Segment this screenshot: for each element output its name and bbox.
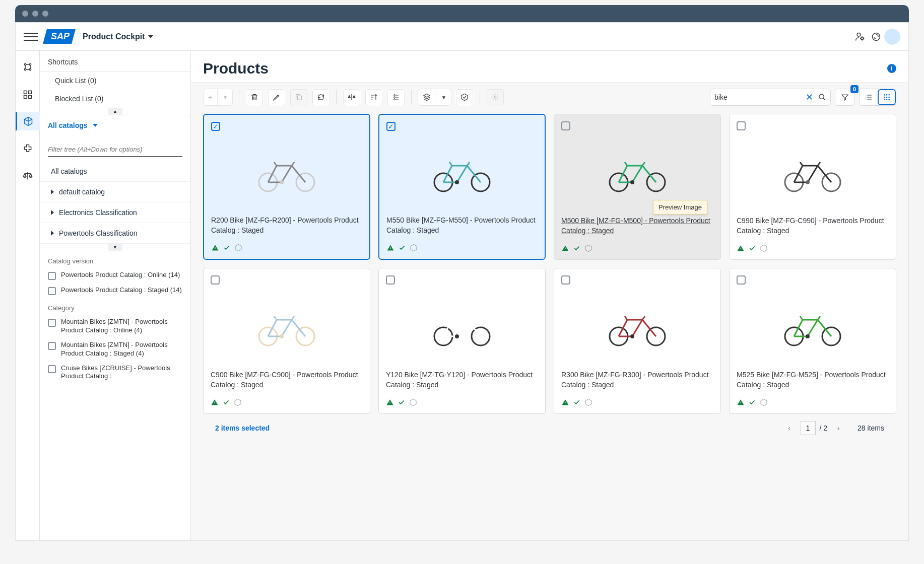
card-checkbox[interactable] xyxy=(211,275,220,285)
total-items: 28 items xyxy=(857,424,884,432)
collapse-tree[interactable]: ▼ xyxy=(108,244,122,251)
page-of-label: / 2 xyxy=(820,424,828,432)
card-checkbox[interactable] xyxy=(737,275,746,285)
checkbox[interactable] xyxy=(48,287,56,295)
check-icon xyxy=(749,245,756,252)
info-icon[interactable]: i xyxy=(887,64,896,73)
user-settings-icon[interactable] xyxy=(852,29,868,45)
prev-page-button[interactable]: ‹ xyxy=(782,421,797,435)
sync-button-caret[interactable]: ▼ xyxy=(436,89,451,106)
product-card[interactable]: M525 Bike [MZ-FG-M525] - Powertools Prod… xyxy=(729,268,896,414)
svg-rect-9 xyxy=(24,96,27,99)
app-title-text: Product Cockpit xyxy=(83,32,145,41)
checkbox[interactable] xyxy=(48,342,56,350)
facet-item[interactable]: Mountain Bikes [ZMTN] - Powertools Produ… xyxy=(40,338,190,361)
chevron-right-icon xyxy=(51,189,54,194)
svg-point-46 xyxy=(806,334,810,338)
tree-item-default-catalog[interactable]: default catalog xyxy=(40,182,190,202)
tree-item-electronics[interactable]: Electronics Classification xyxy=(40,202,190,223)
copy-button[interactable] xyxy=(290,89,308,106)
search-icon[interactable] xyxy=(816,93,828,101)
sidebar-item-quick-list[interactable]: Quick List (0) xyxy=(40,72,190,90)
new-button-split[interactable]: + ▼ xyxy=(203,89,233,106)
product-title: Y120 Bike [MZ-TG-Y120] - Powertools Prod… xyxy=(386,370,538,390)
product-card[interactable]: C900 Bike [MZ-FG-C900] - Powertools Prod… xyxy=(203,268,370,414)
search-input[interactable] xyxy=(714,93,803,101)
app-window: SAP Product Cockpit xyxy=(15,22,909,541)
sync-button-split[interactable]: ▼ xyxy=(418,89,451,106)
compare-button[interactable] xyxy=(343,89,361,106)
delete-button[interactable] xyxy=(245,89,263,106)
sort-button[interactable] xyxy=(365,89,383,106)
all-catalogs-dropdown[interactable]: All catalogs xyxy=(40,115,190,135)
product-title: C990 Bike [MZ-FG-C990] - Powertools Prod… xyxy=(737,216,889,236)
card-checkbox[interactable] xyxy=(737,121,746,130)
filter-tree-input[interactable] xyxy=(48,143,182,156)
facet-item[interactable]: Powertools Product Catalog : Online (14) xyxy=(40,268,190,283)
product-card[interactable]: C990 Bike [MZ-FG-C990] - Powertools Prod… xyxy=(729,114,896,260)
tree-item-all-catalogs[interactable]: All catalogs xyxy=(40,161,190,182)
sync-button[interactable] xyxy=(418,89,436,106)
svg-rect-7 xyxy=(24,91,27,94)
rail-item-extensions[interactable] xyxy=(19,139,37,158)
card-checkbox[interactable] xyxy=(386,275,395,285)
facet-item[interactable]: Powertools Product Catalog : Staged (14) xyxy=(40,283,190,298)
app-title-dropdown[interactable]: Product Cockpit xyxy=(83,32,153,41)
sidebar-item-blocked-list[interactable]: Blocked List (0) xyxy=(40,90,190,108)
svg-point-19 xyxy=(888,97,890,98)
checkbox[interactable] xyxy=(48,319,56,327)
new-button-caret[interactable]: ▼ xyxy=(217,89,233,106)
svg-point-40 xyxy=(455,334,459,338)
sync-status-icon[interactable] xyxy=(868,29,884,45)
settings-button[interactable] xyxy=(486,89,504,106)
rail-item-dashboard[interactable] xyxy=(19,58,37,76)
card-checkbox[interactable]: ✓ xyxy=(386,122,395,131)
grid-view-button[interactable] xyxy=(878,89,896,105)
filter-button[interactable]: 0 xyxy=(835,89,855,106)
rail-item-compare[interactable] xyxy=(19,167,37,185)
bulk-edit-button[interactable] xyxy=(387,89,405,106)
product-card[interactable]: Y120 Bike [MZ-TG-Y120] - Powertools Prod… xyxy=(378,268,546,414)
product-image xyxy=(737,289,889,366)
publish-button[interactable] xyxy=(455,89,474,106)
tree-label: Powertools Classification xyxy=(59,229,138,237)
facet-item[interactable]: Mountain Bikes [ZMTN] - Powertools Produ… xyxy=(40,315,190,338)
sidebar: Shortcuts Quick List (0) Blocked List (0… xyxy=(40,51,191,540)
product-card[interactable]: ✓ R200 Bike [MZ-FG-R200] - Powertools Pr… xyxy=(203,114,370,260)
product-status xyxy=(737,244,889,252)
product-card[interactable]: R300 Bike [MZ-FG-R300] - Powertools Prod… xyxy=(554,268,721,414)
list-view-button[interactable] xyxy=(860,89,878,105)
product-card[interactable]: ✓ M550 Bike [MZ-FG-M550] - Powertools Pr… xyxy=(378,114,546,260)
card-checkbox[interactable] xyxy=(561,121,570,130)
collapse-shortcuts[interactable]: ▲ xyxy=(108,108,122,115)
tree-item-powertools[interactable]: Powertools Classification xyxy=(40,223,190,244)
next-page-button[interactable]: › xyxy=(831,421,845,435)
facet-label: Cruise Bikes [ZCRUISE] - Powertools Prod… xyxy=(61,364,182,381)
edit-button[interactable] xyxy=(268,89,286,106)
product-title: M525 Bike [MZ-FG-M525] - Powertools Prod… xyxy=(737,370,889,390)
new-button[interactable]: + xyxy=(203,89,217,106)
checkbox[interactable] xyxy=(48,365,56,373)
product-card[interactable]: Preview Image M500 Bike [MZ-FG-M500] - P… xyxy=(554,114,721,260)
clear-search-icon[interactable]: ✕ xyxy=(803,92,816,103)
rail-item-catalogs[interactable] xyxy=(19,85,37,103)
card-checkbox[interactable]: ✓ xyxy=(211,122,220,131)
page-input[interactable] xyxy=(801,421,816,435)
svg-point-4 xyxy=(29,63,31,65)
rail-item-products[interactable] xyxy=(16,112,40,130)
check-icon xyxy=(223,399,230,406)
checkbox[interactable] xyxy=(48,272,56,280)
tree-label: Electronics Classification xyxy=(59,208,137,217)
sync-status-icon xyxy=(760,398,768,406)
card-checkbox[interactable] xyxy=(561,275,570,285)
page-title: Products xyxy=(203,60,269,77)
svg-point-18 xyxy=(886,97,888,98)
menu-toggle[interactable] xyxy=(24,30,38,44)
facet-item[interactable]: Cruise Bikes [ZCRUISE] - Powertools Prod… xyxy=(40,361,190,384)
icon-rail xyxy=(16,51,40,540)
avatar[interactable] xyxy=(884,29,900,45)
refresh-button[interactable] xyxy=(312,89,330,106)
product-status xyxy=(386,398,538,406)
svg-point-37 xyxy=(280,334,284,338)
facet-title-category: Category xyxy=(40,298,190,315)
